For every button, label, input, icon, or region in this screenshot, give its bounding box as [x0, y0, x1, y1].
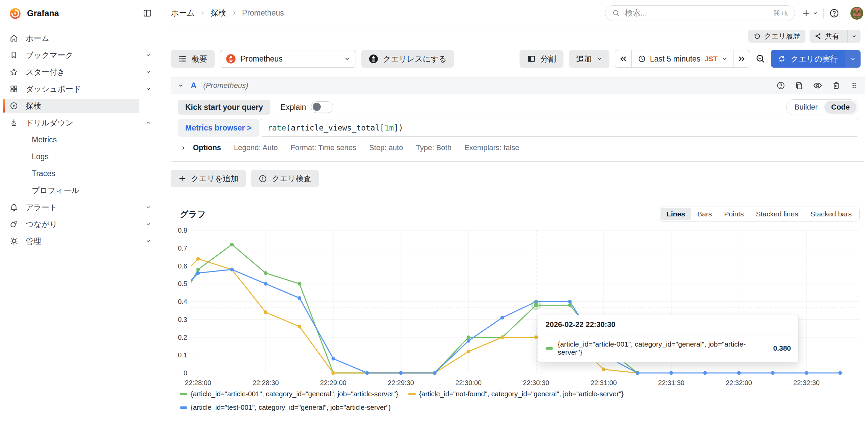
sidebar-link-administration[interactable]: 管理 [5, 234, 139, 248]
collapse-chevron-icon[interactable] [178, 83, 184, 89]
sidebar-link-starred[interactable]: スター付き [5, 65, 139, 79]
queryless-button[interactable]: クエリレスにする [361, 50, 454, 68]
sidebar-expand-bookmarks[interactable] [139, 52, 158, 58]
new-button[interactable] [802, 9, 818, 18]
drilldown-icon [9, 118, 18, 127]
query-options-row[interactable]: Options Legend: AutoFormat: Time seriesS… [180, 143, 858, 152]
share-label: 共有 [825, 31, 839, 41]
chevron-down-icon [722, 56, 727, 62]
options-chevron-icon[interactable] [180, 145, 186, 151]
legend-item[interactable]: {article_id="test-001", category_id="gen… [180, 403, 391, 411]
outline-icon [178, 54, 187, 63]
connections-icon [9, 220, 18, 229]
breadcrumb-item[interactable]: 探検 [211, 8, 226, 18]
svg-text:0.5: 0.5 [178, 280, 187, 287]
explore-actions: クエリ履歴 共有 [748, 30, 861, 43]
sidebar-link-drilldown-profiles[interactable]: プロフィール [5, 183, 139, 197]
timezone-label: JST [704, 55, 718, 63]
breadcrumb-item[interactable]: ホーム [171, 8, 195, 18]
explain-toggle[interactable] [311, 101, 333, 113]
user-avatar[interactable] [850, 7, 863, 20]
apps-icon [9, 85, 18, 93]
search-input[interactable]: 検索... ⌘+k [605, 5, 795, 21]
sidebar-expand-drilldown[interactable] [139, 120, 158, 126]
sidebar-item-label: 管理 [26, 236, 41, 246]
sidebar-item-label: つながり [26, 219, 57, 230]
query-row-header[interactable]: A (Prometheus) [171, 77, 865, 94]
svg-text:22:32:30: 22:32:30 [793, 379, 820, 386]
legend-item[interactable]: {article_id="not-found", category_id="ge… [408, 390, 624, 398]
query-inspector-label: クエリ検査 [272, 173, 311, 184]
explore-toolbar: 概要 Prometheus [171, 50, 861, 68]
sidebar-expand-administration[interactable] [139, 238, 158, 244]
query-inspector-button[interactable]: クエリ検査 [251, 170, 319, 187]
zoom-out-button[interactable] [755, 54, 766, 64]
add-query-button[interactable]: クエリを追加 [171, 170, 246, 187]
sidebar-item-label: ホーム [26, 33, 49, 44]
sidebar-expand-starred[interactable] [139, 69, 158, 75]
share-menu-chevron[interactable] [847, 30, 861, 43]
remove-query-button[interactable] [832, 81, 841, 90]
query-help-button[interactable] [776, 81, 785, 90]
time-shift-forward-button[interactable] [733, 50, 750, 67]
topbar-divider [823, 8, 824, 19]
sidebar-link-explore[interactable]: 探検 [5, 99, 139, 113]
overview-button[interactable]: 概要 [171, 50, 215, 68]
run-query-button[interactable]: クエリの実行 [771, 50, 861, 68]
legend-swatch [180, 406, 187, 409]
split-button[interactable]: 分割 [520, 50, 563, 68]
chart-legend: {article_id="article-001", category_id="… [180, 390, 660, 411]
sidebar-item-label: プロフィール [32, 185, 79, 196]
legend-swatch [408, 393, 416, 395]
sidebar-link-dashboards[interactable]: ダッシュボード [5, 82, 139, 96]
duplicate-query-button[interactable] [795, 81, 803, 90]
query-history-button[interactable]: クエリ履歴 [748, 30, 805, 43]
topbar-actions [802, 7, 863, 20]
home-icon [9, 34, 18, 43]
sidebar-expand-alerting[interactable] [139, 204, 158, 210]
sidebar-link-connections[interactable]: つながり [5, 217, 139, 231]
sidebar-link-drilldown-traces[interactable]: Traces [5, 166, 139, 181]
datasource-picker[interactable]: Prometheus [220, 50, 356, 68]
time-shift-back-button[interactable] [615, 50, 631, 67]
bookmark-icon [9, 51, 18, 60]
split-view-icon [527, 54, 536, 63]
sidebar-collapse-icon[interactable] [143, 8, 152, 18]
sidebar-item-drilldown-traces: Traces [0, 165, 161, 182]
sidebar-item-label: Traces [32, 169, 55, 178]
legend-label: {article_id="not-found", category_id="ge… [419, 390, 624, 398]
svg-text:0.1: 0.1 [178, 351, 187, 359]
sidebar-link-drilldown-logs[interactable]: Logs [5, 149, 139, 164]
legend-item[interactable]: {article_id="article-001", category_id="… [180, 390, 398, 398]
builder-mode-option[interactable]: Builder [788, 101, 824, 114]
metrics-browser-button[interactable]: Metrics browser > [178, 119, 259, 137]
sidebar-link-bookmarks[interactable]: ブックマーク [5, 48, 139, 62]
sidebar-link-home[interactable]: ホーム [5, 31, 139, 45]
share-button[interactable]: 共有 [810, 30, 861, 43]
sidebar-expand-connections[interactable] [139, 221, 158, 227]
sidebar-link-drilldown-metrics[interactable]: Metrics [5, 133, 139, 147]
overview-label: 概要 [192, 54, 207, 64]
help-button[interactable] [829, 8, 839, 18]
promql-input[interactable]: rate(article_views_total[1m]) [261, 119, 858, 137]
query-datasource-hint: (Prometheus) [203, 81, 248, 90]
add-button[interactable]: 追加 [569, 50, 609, 68]
sidebar-expand-dashboards[interactable] [139, 86, 158, 92]
sidebar-nav: ホームブックマークスター付きダッシュボード探検ドリルダウンMetricsLogs… [0, 26, 161, 250]
sidebar: Grafana ホームブックマークスター付きダッシュボード探検ドリルダウンMet… [0, 0, 161, 424]
code-mode-option[interactable]: Code [824, 101, 857, 114]
drag-handle-icon[interactable] [850, 81, 858, 90]
toggle-visibility-button[interactable] [813, 81, 822, 90]
sidebar-link-drilldown[interactable]: ドリルダウン [5, 116, 139, 130]
kick-start-button[interactable]: Kick start your query [178, 100, 270, 115]
sidebar-link-alerting[interactable]: アラート [5, 200, 139, 214]
refresh-icon [778, 55, 786, 63]
svg-text:0.7: 0.7 [178, 244, 187, 252]
sidebar-item-drilldown-profiles: プロフィール [0, 182, 161, 199]
sidebar-item-label: Metrics [32, 135, 57, 144]
sidebar-item-drilldown: ドリルダウン [0, 114, 161, 131]
compass-icon [9, 101, 18, 110]
time-range-button[interactable]: Last 5 minutes JST [631, 50, 733, 67]
time-range-label: Last 5 minutes [650, 54, 701, 64]
run-interval-chevron[interactable] [845, 50, 861, 68]
